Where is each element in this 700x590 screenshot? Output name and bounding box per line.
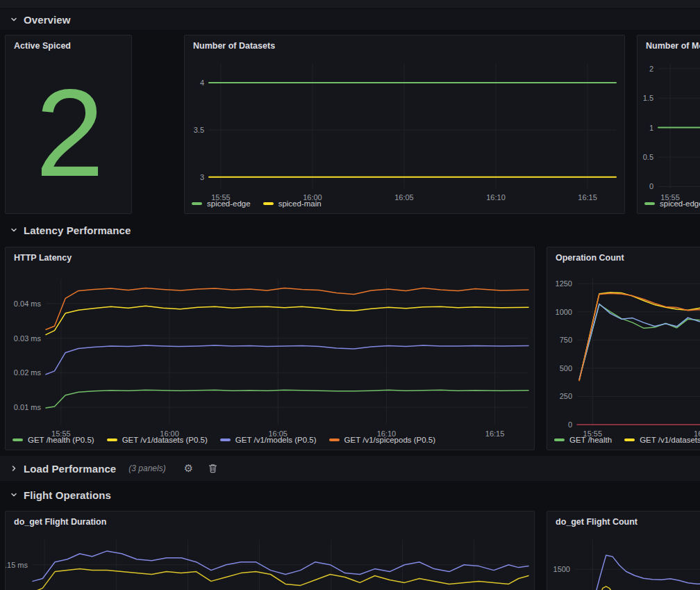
stat-value-container: 2	[6, 54, 131, 213]
svg-text:0.02 ms: 0.02 ms	[14, 368, 42, 377]
chevron-down-icon	[10, 491, 17, 498]
panel-title[interactable]: Active Spiced	[6, 35, 131, 54]
panel-title[interactable]: do_get Flight Count	[547, 511, 700, 530]
legend-item[interactable]: GET /v1/spicepods (P0.5)	[329, 436, 435, 444]
panel-title[interactable]: Operation Count	[547, 247, 700, 265]
legend-item[interactable]: GET /health (P0.5)	[12, 436, 94, 444]
legend-series-label: GET /v1/datasets	[640, 436, 700, 444]
panel-number-of-models: Number of Models 15:5516:0016:0516:1016:…	[637, 35, 700, 214]
legend-series-label: GET /health	[569, 436, 612, 444]
legend-item[interactable]: GET /v1/datasets	[624, 436, 700, 444]
panel-number-of-datasets: Number of Datasets 15:5516:0016:0516:101…	[184, 35, 625, 214]
legend-series-label: GET /health (P0.5)	[28, 436, 94, 444]
legend-series-label: GET /v1/spicepods (P0.5)	[344, 436, 435, 444]
svg-text:0.04 ms: 0.04 ms	[14, 300, 42, 308]
svg-text:500: 500	[560, 364, 572, 372]
chevron-down-icon	[10, 16, 17, 23]
svg-text:0.15 ms: 0.15 ms	[6, 561, 28, 569]
legend-series-swatch	[554, 439, 565, 441]
legend-series-label: spiced-edge	[207, 199, 251, 208]
models-chart[interactable]: 15:5516:0016:0516:1016:1500.511.52	[638, 54, 700, 198]
section-title: Flight Operations	[24, 489, 111, 501]
svg-text:0.5: 0.5	[643, 153, 653, 161]
svg-text:1.5: 1.5	[643, 94, 653, 102]
panel-do-get-flight-duration: do_get Flight Duration 0.15 ms	[5, 511, 535, 590]
section-header-load-performance[interactable]: Load Performance (3 panels) ⚙	[0, 456, 700, 481]
flight-duration-chart[interactable]: 0.15 ms	[6, 530, 534, 590]
legend-series-swatch	[107, 439, 117, 441]
legend-series-swatch	[624, 439, 635, 441]
panel-do-get-flight-count: do_get Flight Count 1500	[547, 511, 700, 590]
legend-item[interactable]: GET /v1/models (P0.5)	[220, 436, 317, 444]
legend-series-swatch	[263, 202, 274, 205]
row-settings-button[interactable]: ⚙	[184, 464, 193, 474]
datasets-chart[interactable]: 15:5516:0016:0516:1016:1533.54	[185, 54, 624, 198]
section-title: Latency Performance	[24, 224, 131, 236]
legend-item[interactable]: spiced-edge	[192, 199, 251, 208]
gear-icon: ⚙	[184, 464, 193, 474]
svg-text:1: 1	[649, 124, 653, 132]
panel-title[interactable]: Number of Models	[638, 35, 700, 54]
svg-text:2: 2	[649, 65, 653, 73]
chart-legend: spiced-edgespiced-main	[185, 198, 624, 213]
svg-text:0.03 ms: 0.03 ms	[14, 334, 42, 343]
legend-series-swatch	[329, 439, 340, 441]
legend-series-label: spiced-main	[278, 199, 322, 208]
panel-active-spiced: Active Spiced 2	[5, 35, 132, 214]
toolbar-edge	[0, 0, 700, 9]
section-header-overview[interactable]: Overview	[0, 9, 700, 30]
svg-text:0: 0	[568, 420, 572, 429]
operation-count-chart[interactable]: 15:5516:0016:0516:1016:15025050075010001…	[547, 265, 700, 434]
legend-item[interactable]: spiced-main	[263, 199, 322, 208]
svg-text:3: 3	[200, 173, 204, 181]
chart-legend: GET /healthGET /v1/datasets	[547, 434, 700, 450]
legend-series-swatch	[12, 439, 23, 441]
legend-series-swatch	[220, 439, 231, 441]
svg-text:1250: 1250	[556, 279, 572, 288]
panel-title[interactable]: Number of Datasets	[185, 35, 624, 54]
svg-text:1500: 1500	[553, 565, 570, 573]
trash-icon	[208, 464, 217, 473]
legend-series-swatch	[644, 202, 655, 205]
row-delete-button[interactable]	[208, 464, 217, 473]
svg-text:3.5: 3.5	[194, 126, 204, 134]
svg-text:750: 750	[560, 336, 572, 344]
legend-item[interactable]: spiced-edge	[644, 199, 700, 208]
svg-text:1000: 1000	[556, 308, 572, 316]
legend-series-swatch	[192, 202, 202, 205]
chevron-down-icon	[10, 227, 17, 233]
legend-item[interactable]: GET /health	[554, 436, 612, 444]
http-latency-chart[interactable]: 15:5516:0016:0516:1016:150.01 ms0.02 ms0…	[6, 265, 534, 434]
section-title: Load Performance	[24, 463, 116, 475]
panel-operation-count: Operation Count 15:5516:0016:0516:1016:1…	[547, 247, 700, 450]
panels-count-note: (3 panels)	[128, 464, 165, 473]
flight-count-chart[interactable]: 1500	[547, 530, 700, 590]
stat-value: 2	[35, 78, 101, 189]
chart-legend: GET /health (P0.5)GET /v1/datasets (P0.5…	[6, 434, 534, 450]
section-title: Overview	[24, 14, 71, 26]
svg-text:4: 4	[200, 79, 204, 87]
svg-text:250: 250	[560, 392, 572, 400]
section-header-flight-operations[interactable]: Flight Operations	[0, 484, 700, 505]
chart-legend: spiced-edge	[638, 198, 700, 213]
chevron-right-icon	[10, 465, 17, 472]
legend-item[interactable]: GET /v1/datasets (P0.5)	[107, 436, 208, 444]
legend-series-label: spiced-edge	[660, 199, 700, 208]
panel-http-latency: HTTP Latency 15:5516:0016:0516:1016:150.…	[5, 247, 535, 450]
section-header-latency-performance[interactable]: Latency Performance	[0, 220, 700, 240]
svg-text:0.01 ms: 0.01 ms	[14, 403, 42, 411]
grafana-dashboard: Overview Active Spiced 2 Number of Datas…	[0, 0, 700, 590]
panel-title[interactable]: do_get Flight Duration	[6, 511, 534, 530]
legend-series-label: GET /v1/datasets (P0.5)	[122, 436, 208, 444]
svg-text:0: 0	[649, 182, 653, 190]
legend-series-label: GET /v1/models (P0.5)	[235, 436, 317, 444]
panel-title[interactable]: HTTP Latency	[6, 247, 534, 265]
